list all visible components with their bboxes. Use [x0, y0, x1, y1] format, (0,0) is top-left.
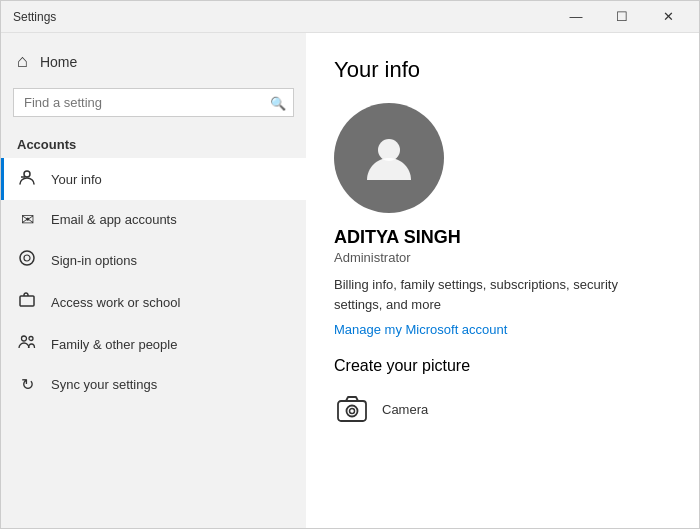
- sign-in-icon: [17, 249, 37, 271]
- email-icon: ✉: [17, 210, 37, 229]
- page-title: Your info: [334, 57, 671, 83]
- main-layout: ⌂ Home 🔍 Accounts Your info: [1, 33, 699, 528]
- user-role: Administrator: [334, 250, 411, 265]
- sidebar-item-sync-label: Sync your settings: [51, 377, 157, 392]
- sidebar-item-home[interactable]: ⌂ Home: [1, 41, 306, 82]
- manage-microsoft-account-link[interactable]: Manage my Microsoft account: [334, 322, 507, 337]
- svg-point-7: [378, 139, 400, 161]
- home-icon: ⌂: [17, 51, 28, 72]
- search-input[interactable]: [13, 88, 294, 117]
- user-name: ADITYA SINGH: [334, 227, 461, 248]
- maximize-button[interactable]: ☐: [599, 1, 645, 33]
- sidebar-item-email-accounts[interactable]: ✉ Email & app accounts: [1, 200, 306, 239]
- avatar: [334, 103, 444, 213]
- settings-window: Settings — ☐ ✕ ⌂ Home 🔍 Accounts: [0, 0, 700, 529]
- sidebar-item-sync[interactable]: ↻ Sync your settings: [1, 365, 306, 404]
- svg-rect-4: [20, 296, 34, 306]
- search-icon: 🔍: [270, 95, 286, 110]
- sidebar-item-access-work[interactable]: Access work or school: [1, 281, 306, 323]
- sidebar-item-access-work-label: Access work or school: [51, 295, 180, 310]
- sidebar-item-sign-in-label: Sign-in options: [51, 253, 137, 268]
- minimize-button[interactable]: —: [553, 1, 599, 33]
- profile-section: ADITYA SINGH Administrator Billing info,…: [334, 103, 671, 427]
- sidebar: ⌂ Home 🔍 Accounts Your info: [1, 33, 306, 528]
- camera-icon: [334, 391, 370, 427]
- sidebar-item-your-info[interactable]: Your info: [1, 158, 306, 200]
- camera-label: Camera: [382, 402, 428, 417]
- camera-item[interactable]: Camera: [334, 391, 428, 427]
- svg-point-3: [24, 255, 30, 261]
- sidebar-section-title: Accounts: [1, 129, 306, 158]
- svg-rect-8: [338, 401, 366, 421]
- sidebar-home-label: Home: [40, 54, 77, 70]
- close-button[interactable]: ✕: [645, 1, 691, 33]
- your-info-icon: [17, 168, 37, 190]
- window-title: Settings: [13, 10, 56, 24]
- title-bar: Settings — ☐ ✕: [1, 1, 699, 33]
- work-icon: [17, 291, 37, 313]
- sidebar-search-container: 🔍: [13, 88, 294, 117]
- svg-point-5: [22, 336, 27, 341]
- sidebar-item-sign-in[interactable]: Sign-in options: [1, 239, 306, 281]
- sidebar-item-email-label: Email & app accounts: [51, 212, 177, 227]
- svg-point-2: [20, 251, 34, 265]
- content-area: Your info ADITYA SINGH Administrator Bil…: [306, 33, 699, 528]
- svg-point-9: [347, 406, 358, 417]
- sidebar-item-family-label: Family & other people: [51, 337, 177, 352]
- sidebar-item-family[interactable]: Family & other people: [1, 323, 306, 365]
- window-controls: — ☐ ✕: [553, 1, 691, 33]
- create-picture-title: Create your picture: [334, 357, 470, 375]
- svg-point-6: [29, 337, 33, 341]
- svg-point-0: [24, 171, 30, 177]
- family-icon: [17, 333, 37, 355]
- user-info-text: Billing info, family settings, subscript…: [334, 275, 654, 314]
- sync-icon: ↻: [17, 375, 37, 394]
- sidebar-item-your-info-label: Your info: [51, 172, 102, 187]
- svg-point-10: [350, 409, 355, 414]
